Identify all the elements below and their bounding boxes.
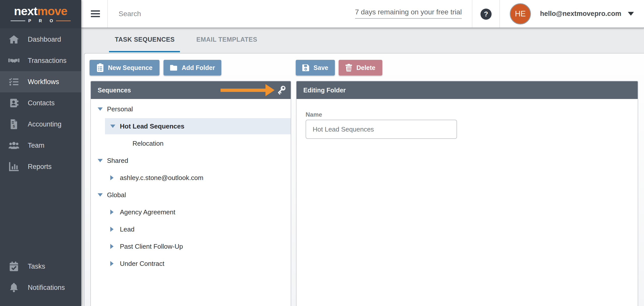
address-book-icon: [8, 98, 19, 108]
main-content: TASK SEQUENCES EMAIL TEMPLATES New Seque…: [81, 28, 644, 306]
button-label: Save: [313, 64, 328, 71]
chevron-right-icon[interactable]: [110, 261, 114, 266]
chevron-down-icon[interactable]: [98, 159, 103, 162]
sidebar-item-workflows[interactable]: Workflows: [0, 71, 81, 92]
sidebar-item-contacts[interactable]: Contacts: [0, 92, 81, 114]
logo-text-next: next: [14, 4, 37, 18]
active-tab-indicator: [109, 51, 180, 52]
bell-icon: [8, 283, 19, 292]
home-icon: [8, 35, 19, 44]
folder-icon: [170, 65, 177, 71]
users-icon: [8, 141, 19, 149]
task-list-icon: [8, 78, 19, 86]
handshake-icon: [8, 57, 19, 64]
panel-title: Editing Folder: [297, 87, 346, 94]
user-email: hello@nextmovepro.com: [540, 10, 621, 18]
button-label: New Sequence: [108, 64, 152, 71]
logo-text-pro: P R O: [28, 18, 56, 23]
avatar[interactable]: HE: [510, 3, 531, 24]
tree-item-shared[interactable]: Shared: [91, 152, 291, 169]
logo-text-move: move: [37, 4, 67, 18]
annotation-arrow: [221, 84, 275, 96]
sidebar-item-label: Workflows: [28, 78, 59, 86]
sequence-tree: Personal Hot Lead Sequences Relocation S…: [91, 99, 291, 272]
invoice-dollar-icon: $: [8, 119, 19, 129]
key-icon[interactable]: [276, 85, 287, 96]
tree-item-relocation[interactable]: Relocation: [91, 135, 291, 152]
trash-icon: [345, 64, 352, 71]
app-logo: nextmove P R O: [0, 0, 81, 28]
save-button[interactable]: Save: [296, 60, 335, 75]
save-icon: [302, 64, 309, 71]
tab-email-templates[interactable]: EMAIL TEMPLATES: [196, 36, 257, 43]
logo-dash-right: [56, 20, 71, 21]
topbar-divider: [472, 0, 472, 28]
sidebar-nav: Dashboard Transactions Workflows Contact…: [0, 29, 81, 177]
sequences-panel-header: Sequences: [91, 81, 291, 99]
chevron-down-icon[interactable]: [98, 193, 103, 197]
chevron-right-icon[interactable]: [110, 210, 114, 215]
chevron-down-icon: [628, 12, 634, 16]
panel-title: Sequences: [91, 87, 131, 94]
topbar-divider: [107, 0, 108, 28]
tab-task-sequences[interactable]: TASK SEQUENCES: [115, 36, 175, 43]
sidebar-nav-bottom: Tasks Notifications: [0, 256, 81, 298]
sidebar-item-label: Tasks: [28, 263, 45, 270]
sidebar-item-label: Contacts: [28, 99, 55, 107]
help-icon[interactable]: ?: [480, 9, 492, 20]
logo-dash-left: [11, 20, 25, 21]
clipboard-icon: [97, 63, 104, 72]
sidebar-item-label: Dashboard: [28, 36, 61, 43]
chevron-down-icon[interactable]: [110, 125, 115, 128]
chevron-right-icon[interactable]: [110, 244, 114, 249]
chevron-right-icon[interactable]: [110, 175, 114, 180]
sidebar-item-label: Reports: [28, 163, 52, 171]
sidebar-item-label: Notifications: [28, 284, 65, 292]
sidebar-item-team[interactable]: Team: [0, 135, 81, 156]
button-label: Add Folder: [182, 64, 215, 71]
name-field-label: Name: [306, 111, 322, 118]
tree-item-hot-lead-sequences[interactable]: Hot Lead Sequences: [91, 118, 291, 135]
search-input[interactable]: [118, 7, 326, 21]
chevron-down-icon[interactable]: [98, 108, 103, 111]
new-sequence-button[interactable]: New Sequence: [90, 60, 159, 75]
tree-item-personal[interactable]: Personal: [91, 100, 291, 118]
calendar-check-icon: [8, 262, 19, 271]
trial-remaining-link[interactable]: 7 days remaining on your free trial: [355, 8, 462, 19]
svg-text:$: $: [13, 124, 15, 128]
topbar: 7 days remaining on your free trial ? HE…: [81, 0, 644, 28]
editing-folder-panel-header: Editing Folder: [297, 81, 638, 99]
sidebar-item-label: Accounting: [28, 120, 62, 128]
tree-item-under-contract[interactable]: Under Contract: [91, 255, 291, 272]
sidebar: nextmove P R O Dashboard Transactions Wo…: [0, 0, 81, 306]
topbar-divider: [499, 0, 500, 28]
sequences-panel: Sequences Personal Hot Lead Sequences: [90, 81, 291, 306]
chevron-right-icon[interactable]: [110, 227, 114, 232]
tree-item-lead[interactable]: Lead: [91, 221, 291, 238]
sidebar-item-accounting[interactable]: $ Accounting: [0, 114, 81, 135]
bar-chart-icon: [8, 162, 19, 171]
tree-item-past-client-follow-up[interactable]: Past Client Follow-Up: [91, 238, 291, 255]
user-menu[interactable]: hello@nextmovepro.com: [540, 0, 634, 28]
sidebar-item-transactions[interactable]: Transactions: [0, 50, 81, 71]
tree-item-global[interactable]: Global: [91, 186, 291, 203]
folder-name-input[interactable]: [306, 120, 457, 139]
sidebar-item-label: Team: [28, 142, 44, 149]
sidebar-item-label: Transactions: [28, 57, 67, 65]
sidebar-item-notifications[interactable]: Notifications: [0, 277, 81, 298]
sidebar-item-dashboard[interactable]: Dashboard: [0, 29, 81, 50]
sidebar-item-reports[interactable]: Reports: [0, 156, 81, 177]
hamburger-menu-icon[interactable]: [91, 9, 100, 19]
tree-item-agency-agreement[interactable]: Agency Agreement: [91, 203, 291, 221]
button-label: Delete: [356, 64, 375, 71]
content-sheet: New Sequence Add Folder Save Delete Sequ…: [84, 53, 644, 306]
delete-button[interactable]: Delete: [339, 60, 382, 75]
add-folder-button[interactable]: Add Folder: [164, 60, 221, 75]
tree-item-ashley-email[interactable]: ashley.c.stone@outlook.com: [91, 169, 291, 186]
sidebar-item-tasks[interactable]: Tasks: [0, 256, 81, 277]
editing-folder-panel: Editing Folder Name: [296, 81, 638, 306]
